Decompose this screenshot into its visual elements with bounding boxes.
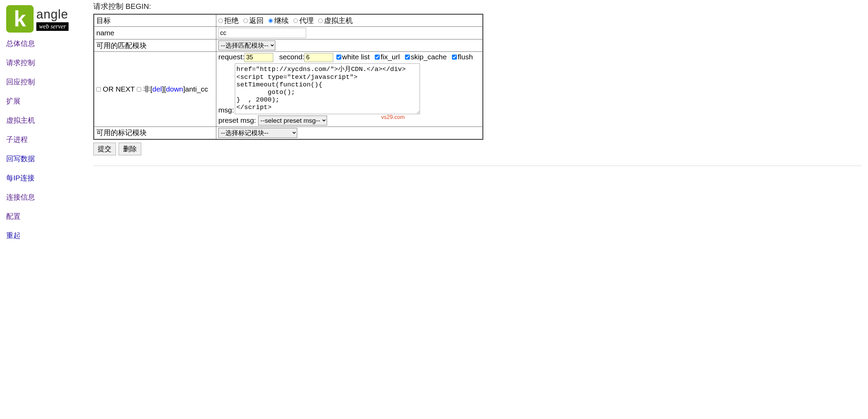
logo-k-icon: k (6, 5, 34, 33)
radio-continue[interactable] (268, 19, 273, 23)
flush-label: flush (458, 53, 473, 61)
nav-link-3[interactable]: 扩展 (6, 96, 87, 106)
whitelist-label: white list (342, 53, 370, 61)
or-next-label: OR NEXT (103, 85, 135, 93)
msg-textarea[interactable] (235, 63, 420, 114)
fei-checkbox[interactable] (137, 87, 141, 92)
submit-button[interactable]: 提交 (93, 143, 116, 155)
fei-label: 非 (143, 85, 150, 93)
nav-link-7[interactable]: 每IP连接 (6, 173, 87, 183)
watermark: vs29.com (381, 114, 405, 120)
nav-link-9[interactable]: 配置 (6, 212, 87, 221)
anticc-label: anti_cc (185, 85, 208, 93)
nav-link-5[interactable]: 子进程 (6, 135, 87, 144)
nav-link-4[interactable]: 虚拟主机 (6, 116, 87, 125)
second-label: second: (279, 53, 304, 61)
request-label: request: (218, 53, 244, 61)
skipcache-checkbox[interactable] (405, 55, 410, 59)
radio-vhost-label: 虚拟主机 (324, 16, 353, 24)
msg-label: msg: (218, 106, 234, 114)
nav-link-8[interactable]: 连接信息 (6, 192, 87, 202)
preset-msg-label: preset msg: (218, 116, 256, 124)
request-input[interactable] (244, 53, 273, 62)
name-label: name (94, 27, 216, 39)
name-input[interactable] (218, 28, 306, 38)
page-title: 请求控制 BEGIN: (93, 1, 861, 12)
or-next-cell: OR NEXT 非[del][down]anti_cc (94, 52, 216, 127)
radio-proxy[interactable] (293, 19, 298, 23)
down-link[interactable]: down (166, 85, 183, 93)
or-next-checkbox[interactable] (96, 87, 101, 92)
radio-reject[interactable] (218, 19, 223, 23)
flush-checkbox[interactable] (452, 55, 457, 59)
target-label: 目标 (94, 14, 216, 27)
fixurl-label: fix_url (381, 53, 400, 61)
mark-module-label: 可用的标记模块 (94, 127, 216, 139)
radio-return[interactable] (243, 19, 248, 23)
nav-link-1[interactable]: 请求控制 (6, 58, 87, 68)
nav-link-6[interactable]: 回写数据 (6, 154, 87, 164)
target-radio-row: 拒绝 返回 继续 代理 虚拟主机 (216, 14, 483, 27)
skipcache-label: skip_cache (411, 53, 447, 61)
logo-text: angle (36, 7, 69, 22)
radio-vhost[interactable] (318, 19, 323, 23)
nav-link-10[interactable]: 重起 (6, 231, 87, 240)
del-link[interactable]: del (152, 85, 162, 93)
divider (93, 166, 861, 166)
logo-subtitle: web server (36, 22, 69, 31)
match-module-select[interactable]: --选择匹配模块-- (218, 40, 275, 50)
fixurl-checkbox[interactable] (375, 55, 380, 59)
second-input[interactable] (304, 53, 333, 62)
match-module-label: 可用的匹配模块 (94, 39, 216, 52)
nav-link-0[interactable]: 总体信息 (6, 39, 87, 48)
whitelist-checkbox[interactable] (336, 55, 341, 59)
logo: k angle web server (6, 5, 87, 33)
delete-button[interactable]: 删除 (119, 143, 141, 155)
nav-link-2[interactable]: 回应控制 (6, 77, 87, 87)
preset-msg-select[interactable]: --select preset msg-- (258, 116, 327, 125)
radio-continue-label: 继续 (274, 16, 289, 24)
radio-return-label: 返回 (249, 16, 264, 24)
radio-reject-label: 拒绝 (224, 16, 239, 24)
radio-proxy-label: 代理 (299, 16, 314, 24)
mark-module-select[interactable]: --选择标记模块-- (218, 128, 297, 138)
